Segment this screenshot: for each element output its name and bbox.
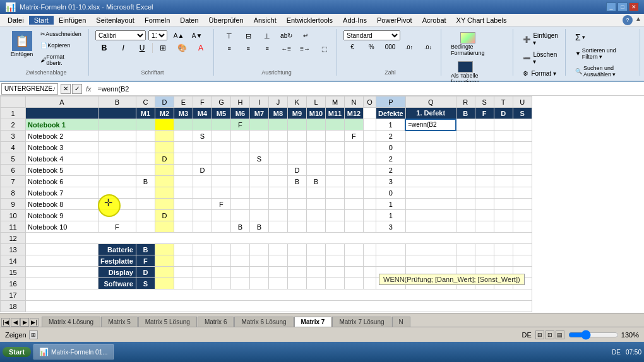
cell-N7[interactable] [344, 176, 363, 187]
last-sheet-btn[interactable]: ▶| [30, 318, 39, 327]
cell-C2[interactable] [136, 119, 155, 131]
cell-Q4[interactable] [405, 142, 456, 153]
font-color-btn[interactable]: A [192, 42, 210, 54]
zoom-slider[interactable] [568, 330, 619, 340]
align-left-btn[interactable]: ≡ [220, 44, 238, 54]
cell-H10[interactable] [230, 210, 249, 221]
cell-H15[interactable] [230, 267, 249, 278]
cell-S8[interactable] [475, 187, 494, 199]
cell-I3[interactable] [249, 131, 268, 142]
cell-M5[interactable] [325, 153, 344, 165]
col-header-Q[interactable]: Q [405, 96, 456, 108]
copy-btn[interactable]: 📄Kopieren [37, 40, 85, 50]
cell-C7[interactable]: B [136, 176, 155, 187]
cell-U1[interactable]: S [513, 108, 532, 119]
find-btn[interactable]: 🔍Suchen und Auswählen ▾ [572, 63, 636, 79]
cell-F13[interactable] [193, 244, 212, 255]
cell-S14[interactable] [475, 255, 494, 267]
cell-K8[interactable] [287, 187, 306, 199]
border-btn[interactable]: ⊞ [154, 42, 172, 54]
cell-G4[interactable] [212, 142, 230, 153]
cell-E8[interactable] [174, 187, 193, 199]
cell-L5[interactable] [306, 153, 325, 165]
cell-D9[interactable] [155, 199, 174, 210]
cell-F15[interactable] [193, 267, 212, 278]
cell-L15[interactable] [306, 267, 325, 278]
cell-R2[interactable] [456, 119, 475, 131]
cell-E3[interactable] [174, 131, 193, 142]
cell-R11[interactable] [456, 221, 475, 233]
cell-N3[interactable]: F [344, 131, 363, 142]
cell-D11[interactable] [155, 221, 174, 233]
align-right-btn[interactable]: ≡ [258, 44, 276, 54]
cell-Q14[interactable] [405, 255, 456, 267]
cell-U2[interactable] [513, 119, 532, 131]
menu-entwicklertools[interactable]: Entwicklertools [282, 16, 338, 25]
cell-O2[interactable] [363, 119, 376, 131]
cell-P6[interactable]: 2 [376, 165, 405, 176]
cell-U11[interactable] [513, 221, 532, 233]
cell-T4[interactable] [494, 142, 513, 153]
normal-view-btn[interactable]: ⊟ [535, 330, 544, 339]
row-header-8[interactable]: 8 [1, 187, 26, 199]
col-header-C[interactable]: C [136, 96, 155, 108]
cell-E4[interactable] [174, 142, 193, 153]
cell-B15[interactable]: Display [98, 267, 136, 278]
cell-D5[interactable]: D [155, 153, 174, 165]
cell-S7[interactable] [475, 176, 494, 187]
text-rotate-btn[interactable]: ab↻ [277, 30, 295, 42]
cell-M9[interactable] [325, 199, 344, 210]
cell-N5[interactable] [344, 153, 363, 165]
cell-S6[interactable] [475, 165, 494, 176]
cell-O7[interactable] [363, 176, 376, 187]
cell-G14[interactable] [212, 255, 230, 267]
start-button[interactable]: Start [3, 347, 31, 357]
page-layout-btn[interactable]: ⊡ [546, 330, 554, 339]
menu-seitenlayout[interactable]: Seitenlayout [91, 16, 140, 25]
cell-P1[interactable]: Defekte [376, 108, 405, 119]
cell-D13[interactable] [155, 244, 174, 255]
cell-G7[interactable] [212, 176, 230, 187]
cell-K11[interactable] [287, 221, 306, 233]
cell-P5[interactable]: 2 [376, 153, 405, 165]
cell-L14[interactable] [306, 255, 325, 267]
minimize-ribbon-icon[interactable]: ▲ [635, 15, 641, 25]
cell-C15[interactable]: D [136, 267, 155, 278]
row-header-1[interactable]: 1 [1, 108, 26, 119]
cell-O5[interactable] [363, 153, 376, 165]
cell-A4[interactable]: Notebook 3 [26, 142, 98, 153]
row-header-9[interactable]: 9 [1, 199, 26, 210]
cell-K5[interactable] [287, 153, 306, 165]
col-header-L[interactable]: L [306, 96, 325, 108]
cancel-formula-btn[interactable]: ✕ [61, 84, 71, 94]
cell-I5[interactable]: S [249, 153, 268, 165]
cell-B3[interactable] [98, 131, 136, 142]
cell-T9[interactable] [494, 199, 513, 210]
cell-K3[interactable] [287, 131, 306, 142]
cell-Q10[interactable] [405, 210, 456, 221]
col-header-T[interactable]: T [494, 96, 513, 108]
cell-E6[interactable] [174, 165, 193, 176]
cell-R4[interactable] [456, 142, 475, 153]
align-top-btn[interactable]: ⊤ [220, 30, 238, 42]
cell-C13[interactable]: B [136, 244, 155, 255]
cell-T1[interactable]: D [494, 108, 513, 119]
col-header-J[interactable]: J [268, 96, 287, 108]
cell-I11[interactable]: B [249, 221, 268, 233]
sheet-tab-matrix6losung[interactable]: Matrix 6 Lösung [234, 317, 293, 327]
cell-E14[interactable] [174, 255, 193, 267]
cell-N4[interactable] [344, 142, 363, 153]
cell-B16[interactable]: Software [98, 278, 136, 289]
bold-btn[interactable]: B [95, 43, 113, 53]
cell-M16[interactable] [325, 278, 344, 289]
cell-F3[interactable]: S [193, 131, 212, 142]
indent-decrease-btn[interactable]: ←≡ [277, 44, 295, 54]
cell-Q7[interactable] [405, 176, 456, 187]
percent-btn[interactable]: % [362, 42, 380, 52]
cell-U7[interactable] [513, 176, 532, 187]
cell-J10[interactable] [268, 210, 287, 221]
col-header-R[interactable]: R [456, 96, 475, 108]
number-format-select[interactable]: Standard [343, 30, 400, 40]
italic-btn[interactable]: I [114, 43, 132, 53]
cell-D16[interactable] [155, 278, 174, 289]
